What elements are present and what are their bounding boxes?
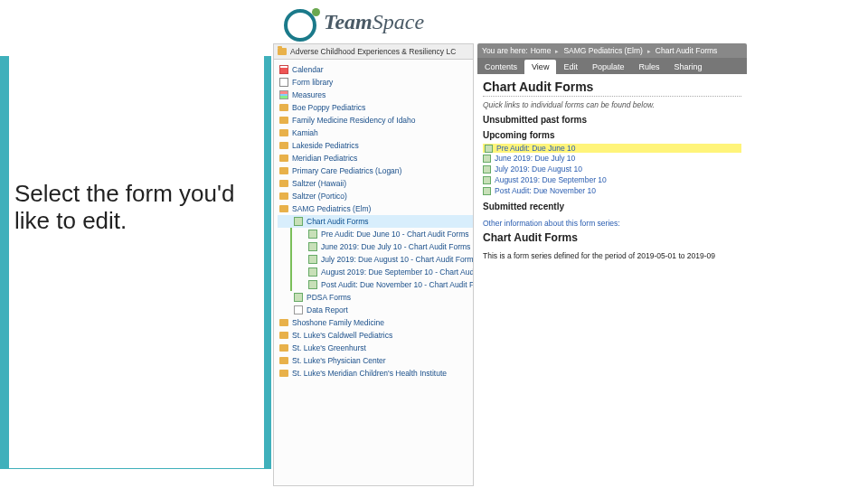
tab-sharing[interactable]: Sharing	[666, 60, 709, 74]
folder-icon	[279, 129, 288, 136]
document-icon	[279, 78, 288, 87]
form-icon	[294, 293, 303, 302]
logo-text: TeamSpace	[324, 10, 424, 34]
tab-view[interactable]: View	[524, 60, 556, 74]
tree-item-calendar[interactable]: Calendar	[278, 63, 473, 76]
tree-item-folder[interactable]: St. Luke's Greenhurst	[278, 342, 473, 354]
nav-header: Adverse Childhood Experiences & Resilien…	[274, 44, 473, 60]
form-icon	[308, 280, 317, 289]
calendar-icon	[279, 65, 288, 74]
logo-mark-icon	[288, 6, 318, 37]
folder-icon	[279, 357, 288, 364]
chart-icon	[279, 90, 288, 99]
folder-icon	[279, 117, 288, 124]
tab-contents[interactable]: Contents	[477, 60, 524, 74]
folder-icon	[279, 344, 288, 352]
tree-item-folder[interactable]: Boe Poppy Pediatrics	[278, 101, 473, 114]
tree-item-folder[interactable]: Saltzer (Hawaii)	[278, 177, 473, 190]
folder-icon	[279, 192, 288, 200]
tree-item-folder[interactable]: Meridian Pediatrics	[278, 152, 473, 164]
tree-item-folder[interactable]: St. Luke's Physician Center	[278, 354, 473, 367]
form-icon	[308, 255, 317, 264]
tree-item-folder[interactable]: Lakeside Pediatrics	[278, 139, 473, 152]
logo: TeamSpace	[288, 2, 477, 42]
chevron-right-icon	[646, 46, 653, 55]
form-icon	[308, 230, 317, 239]
folder-icon	[279, 319, 288, 326]
tree-sub-block: Pre Audit: Due June 10 - Chart Audit For…	[290, 228, 473, 291]
instruction-text-box: Select the form you'd like to edit.	[14, 181, 250, 235]
other-info-label: Other information about this form series…	[483, 219, 741, 228]
form-link[interactable]: June 2019: Due July 10	[483, 153, 741, 164]
form-icon	[483, 176, 491, 184]
nav-header-title: Adverse Childhood Experiences & Resilien…	[290, 47, 456, 56]
form-link[interactable]: July 2019: Due August 10	[483, 164, 741, 174]
folder-icon	[279, 142, 288, 149]
chevron-right-icon	[553, 46, 561, 55]
tree-item-folder[interactable]: Family Medicine Residency of Idaho	[278, 114, 473, 127]
form-link-highlighted[interactable]: Pre Audit: Due June 10	[483, 144, 741, 153]
folder-icon	[279, 205, 288, 212]
text-panel-bg	[9, 56, 264, 468]
form-series-desc: This is a form series defined for the pe…	[483, 251, 741, 260]
breadcrumb-parent[interactable]: SAMG Pediatrics (Elm)	[563, 46, 642, 55]
nav-tree: Calendar Form library Measures Boe Poppy…	[274, 60, 473, 383]
page-title: Chart Audit Forms	[483, 80, 741, 97]
folder-icon	[279, 155, 288, 162]
form-icon	[294, 217, 303, 226]
tree-item-form-instance[interactable]: June 2019: Due July 10 - Chart Audit For…	[292, 240, 473, 253]
folder-icon	[279, 167, 288, 174]
nav-tree-pane: Adverse Childhood Experiences & Resilien…	[273, 43, 474, 486]
tree-item-folder[interactable]: Shoshone Family Medicine	[278, 316, 473, 329]
breadcrumb-current[interactable]: Chart Audit Forms	[656, 46, 718, 55]
section-submitted: Submitted recently	[483, 202, 741, 211]
section-unsubmitted: Unsubmitted past forms	[483, 115, 741, 125]
tree-item-data-report[interactable]: Data Report	[278, 304, 473, 316]
tree-item-folder[interactable]: Primary Care Pediatrics (Logan)	[278, 164, 473, 177]
tree-item-folder[interactable]: St. Luke's Caldwell Pediatrics	[278, 329, 473, 342]
breadcrumb: You are here: Home SAMG Pediatrics (Elm)…	[477, 43, 747, 58]
page-subtitle: Quick links to individual forms can be f…	[483, 100, 741, 109]
tree-item-form-library[interactable]: Form library	[278, 76, 473, 89]
folder-icon	[279, 104, 288, 111]
tab-rules[interactable]: Rules	[631, 60, 666, 74]
app-screenshot: Adverse Childhood Experiences & Resilien…	[273, 43, 747, 486]
tab-bar: Contents View Edit Populate Rules Sharin…	[477, 58, 747, 74]
tree-item-pdsa-forms[interactable]: PDSA Forms	[278, 291, 473, 304]
content-pane: You are here: Home SAMG Pediatrics (Elm)…	[477, 43, 747, 405]
folder-icon	[279, 332, 288, 339]
form-icon	[485, 145, 493, 153]
form-icon	[483, 165, 491, 174]
form-icon	[483, 187, 491, 195]
tree-item-chart-audit-forms[interactable]: Chart Audit Forms	[278, 215, 473, 228]
instruction-text: Select the form you'd like to edit.	[14, 181, 250, 235]
form-icon	[308, 267, 317, 277]
tree-item-form-instance[interactable]: Pre Audit: Due June 10 - Chart Audit For…	[292, 228, 473, 240]
tree-item-measures[interactable]: Measures	[278, 89, 473, 101]
folder-icon	[278, 48, 287, 55]
form-link[interactable]: August 2019: Due September 10	[483, 174, 741, 185]
tree-item-folder[interactable]: St. Luke's Meridian Children's Health In…	[278, 367, 473, 380]
form-icon	[308, 242, 317, 251]
content-body: Chart Audit Forms Quick links to individ…	[477, 74, 747, 266]
tree-item-form-instance[interactable]: August 2019: Due September 10 - Chart Au…	[292, 266, 473, 278]
form-series-title: Chart Audit Forms	[483, 231, 741, 244]
tab-edit[interactable]: Edit	[556, 60, 585, 74]
folder-icon	[279, 180, 288, 187]
tree-item-form-instance[interactable]: Post Audit: Due November 10 - Chart Audi…	[292, 278, 473, 291]
breadcrumb-home[interactable]: Home	[531, 46, 552, 55]
form-link[interactable]: Post Audit: Due November 10	[483, 185, 741, 196]
tree-item-folder[interactable]: Saltzer (Portico)	[278, 190, 473, 202]
tree-item-folder[interactable]: Kamiah	[278, 127, 473, 139]
form-icon	[483, 155, 491, 163]
report-icon	[294, 305, 303, 314]
breadcrumb-prefix: You are here:	[482, 46, 528, 55]
tab-populate[interactable]: Populate	[585, 60, 632, 74]
folder-icon	[279, 370, 288, 377]
tree-item-form-instance[interactable]: July 2019: Due August 10 - Chart Audit F…	[292, 253, 473, 266]
section-upcoming: Upcoming forms	[483, 130, 741, 140]
tree-item-folder[interactable]: SAMG Pediatrics (Elm)	[278, 202, 473, 215]
